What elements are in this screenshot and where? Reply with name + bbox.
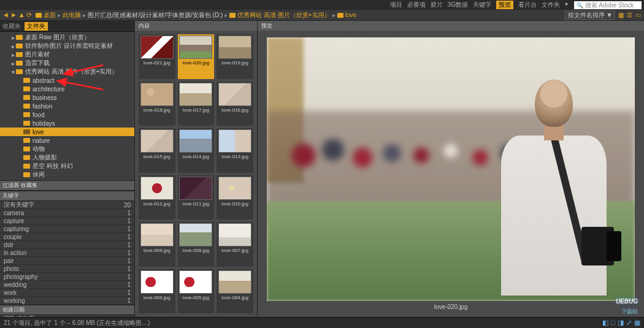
thumbnail-love-007.jpg[interactable]: love-007.jpg	[217, 222, 253, 267]
keyword-row[interactable]: 没有关键字20	[0, 201, 134, 209]
menu-item-preview[interactable]: 预览	[496, 1, 513, 9]
thumbnail-love-017.jpg[interactable]: love-017.jpg	[178, 82, 215, 126]
preview-image[interactable]	[267, 37, 635, 301]
keyword-row[interactable]: in action1	[0, 249, 134, 257]
menu-item-2[interactable]: 胶片	[431, 1, 443, 9]
folder-icon	[337, 13, 343, 18]
keyword-row[interactable]: work1	[0, 289, 134, 297]
menu-item-6[interactable]: 看片台	[518, 1, 537, 9]
tab-favorites[interactable]: 收藏夹	[2, 22, 21, 31]
tree-node-business[interactable]: business	[0, 93, 134, 102]
tree-node-nature[interactable]: nature	[0, 136, 134, 145]
exif-row[interactable]: ISO 感光度	[0, 315, 134, 317]
nav-arrows: ◄ ► ▲ ⟳	[2, 11, 32, 19]
content-panel: 内容 love-021.jpglove-020.jpglove-019.jpgl…	[135, 21, 258, 317]
view-mode-icons: ▦ ☰ ▭	[618, 12, 642, 18]
breadcrumb: 桌面 ▸ 此电脑 ▸ 图片汇总/灵感素材/设计素材/字体资源/安装包 (D:) …	[36, 11, 565, 20]
thumbnail-love-005.jpg[interactable]: love-005.jpg	[178, 269, 215, 314]
menu-item-0[interactable]: 项目	[390, 1, 402, 9]
thumbnail-love-010.jpg[interactable]: love-010.jpg	[217, 175, 253, 220]
nav-up-icon[interactable]: ▲	[18, 11, 25, 19]
keyword-row[interactable]: photo1	[0, 265, 134, 273]
crumb-1[interactable]: 此电脑	[63, 11, 81, 20]
menu-item-1[interactable]: 必要项	[407, 1, 426, 9]
nav-forward-icon[interactable]: ►	[10, 11, 17, 19]
nav-back-icon[interactable]: ◄	[2, 11, 9, 19]
crumb-2[interactable]: 图片汇总/灵感素材/设计素材/字体资源/安装包 (D:)	[88, 11, 223, 20]
keywords-header[interactable]: 关键字	[0, 191, 134, 201]
thumbnail-love-006.jpg[interactable]: love-006.jpg	[139, 269, 175, 314]
view-list-icon[interactable]: ☰	[627, 12, 632, 18]
tree-node-food[interactable]: food	[0, 110, 134, 119]
preview-header: 预览	[258, 21, 644, 31]
top-menu-bar: 项目 必要项 胶片 3G数据 关键字 预览 看片台 文件夹 ▾ 🔍 搜索 Ado…	[0, 0, 644, 10]
tree-node-桌面 Raw 图片（欣赏）[interactable]: ▸桌面 Raw 图片（欣赏）	[0, 33, 134, 42]
menu-item-7[interactable]: 文件夹	[542, 1, 560, 9]
status-text: 21 个项目, 选中了 1 个 – 6.08 MB (正在生成缩略图…)	[4, 319, 150, 327]
tree-node-holidays[interactable]: holidays	[0, 119, 134, 128]
view-grid-icon[interactable]: ▦	[618, 12, 624, 18]
tree-node-人物摄影[interactable]: 人物摄影	[0, 153, 134, 162]
keyword-row[interactable]: camera1	[0, 209, 134, 217]
pathbar-right-controls: 按文件名排序 ▼ ▦ ☰ ▭	[565, 10, 642, 20]
thumbnail-love-018.jpg[interactable]: love-018.jpg	[139, 82, 175, 126]
keyword-row[interactable]: photography1	[0, 273, 134, 281]
tree-node-休闲[interactable]: 休闲	[0, 170, 134, 179]
tree-node-abstract[interactable]: abstract	[0, 76, 134, 85]
tree-node-星空 科技 科幻[interactable]: 星空 科技 科幻	[0, 162, 134, 170]
keyword-row[interactable]: capture1	[0, 217, 134, 225]
adobe-stock-search[interactable]: 🔍 搜索 Adobe Stock	[574, 1, 642, 9]
thumbnail-love-019.jpg[interactable]: love-019.jpg	[217, 34, 253, 79]
keyword-row[interactable]: working1	[0, 297, 134, 305]
top-menu-items: 项目 必要项 胶片 3G数据 关键字 预览 看片台 文件夹 ▾	[390, 1, 568, 9]
preview-area: love-020.jpg	[258, 31, 644, 317]
tab-folders[interactable]: 文件夹	[25, 22, 48, 31]
thumbnail-love-015.jpg[interactable]: love-015.jpg	[139, 128, 175, 173]
crumb-3[interactable]: 优秀网站 高清 图片（欣赏+实用）	[237, 11, 330, 20]
status-icon-2[interactable]: □	[611, 319, 615, 327]
site-watermark: UEBUG 下载站	[616, 288, 638, 316]
thumbnail-love-020.jpg[interactable]: love-020.jpg	[178, 34, 215, 79]
tree-node-迅雷下载[interactable]: ▸迅雷下载	[0, 59, 134, 67]
tree-node-fashion[interactable]: fashion	[0, 102, 134, 110]
crumb-0[interactable]: 桌面	[44, 11, 56, 20]
left-panel-tabs: 收藏夹 文件夹	[0, 21, 134, 32]
thumbnail-love-021.jpg[interactable]: love-021.jpg	[139, 34, 175, 79]
tree-node-优秀网站 高清 图片（欣赏+实用）[interactable]: ▾优秀网站 高清 图片（欣赏+实用）	[0, 67, 134, 76]
thumbnail-love-013.jpg[interactable]: love-013.jpg	[217, 128, 253, 173]
date-header[interactable]: 创建日期	[0, 305, 134, 315]
keyword-row[interactable]: capturing1	[0, 225, 134, 233]
tree-node-软件制作图片 设计所需特定素材[interactable]: ▸软件制作图片 设计所需特定素材	[0, 42, 134, 50]
filter-header[interactable]: 过滤器 收藏集	[0, 180, 134, 191]
keyword-row[interactable]: couple1	[0, 233, 134, 241]
keyword-row[interactable]: wedding1	[0, 281, 134, 289]
thumbnail-love-012.jpg[interactable]: love-012.jpg	[139, 175, 175, 220]
folder-tree: ▸桌面 Raw 图片（欣赏）▸软件制作图片 设计所需特定素材▸图片素材▸迅雷下载…	[0, 32, 134, 180]
menu-item-4[interactable]: 关键字	[473, 1, 491, 9]
metadata-panel: 过滤器 收藏集 关键字 没有关键字20camera1capture1captur…	[0, 180, 134, 317]
menu-item-3[interactable]: 3G数据	[448, 1, 468, 9]
tree-node-love[interactable]: love	[0, 128, 134, 136]
thumbnail-love-016.jpg[interactable]: love-016.jpg	[217, 82, 253, 126]
status-icon-4[interactable]: ⤢	[626, 319, 632, 327]
tree-node-图片素材[interactable]: ▸图片素材	[0, 50, 134, 59]
thumbnail-love-004.jpg[interactable]: love-004.jpg	[217, 269, 253, 314]
nav-refresh-icon[interactable]: ⟳	[26, 11, 32, 19]
view-filmstrip-icon[interactable]: ▭	[635, 12, 641, 18]
sort-dropdown[interactable]: 按文件名排序 ▼	[565, 10, 615, 20]
path-bar: ◄ ► ▲ ⟳ 桌面 ▸ 此电脑 ▸ 图片汇总/灵感素材/设计素材/字体资源/安…	[0, 10, 644, 21]
thumbnail-love-009.jpg[interactable]: love-009.jpg	[139, 222, 175, 267]
thumbnail-love-008.jpg[interactable]: love-008.jpg	[178, 222, 215, 267]
keyword-row[interactable]: pair1	[0, 257, 134, 265]
menu-dropdown-icon[interactable]: ▾	[565, 1, 568, 9]
status-icon-grid[interactable]: ▦	[634, 319, 640, 327]
thumbnail-love-011.jpg[interactable]: love-011.jpg	[178, 175, 215, 220]
crumb-current[interactable]: love	[345, 12, 356, 18]
status-icon-3[interactable]: ◨	[618, 319, 624, 327]
status-icon-1[interactable]: ◧	[602, 319, 608, 327]
tree-node-architecture[interactable]: architecture	[0, 85, 134, 93]
keyword-row[interactable]: dslr1	[0, 241, 134, 249]
tree-node-动物[interactable]: 动物	[0, 145, 134, 153]
thumbnail-love-014.jpg[interactable]: love-014.jpg	[178, 128, 215, 173]
folder-icon	[36, 13, 42, 18]
